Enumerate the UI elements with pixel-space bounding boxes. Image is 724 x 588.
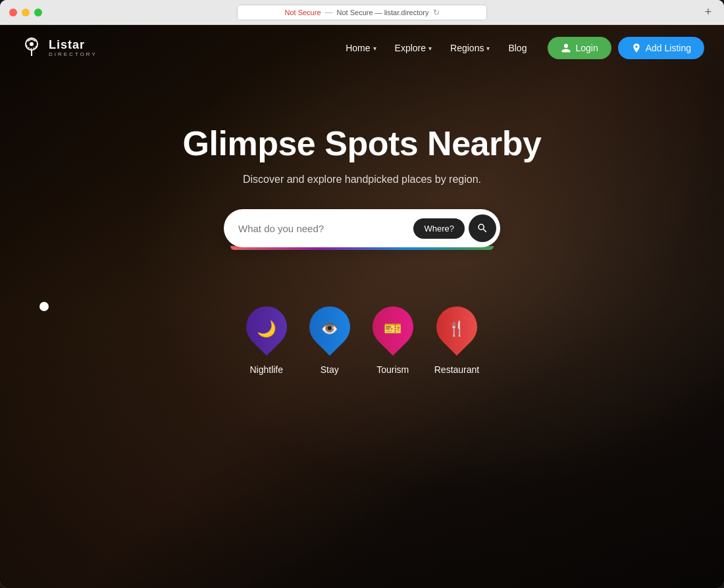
category-nightlife[interactable]: 🌙 Nightlife xyxy=(245,306,288,375)
restaurant-label: Restaurant xyxy=(434,364,479,375)
nav-actions: Login Add Listing xyxy=(548,37,704,59)
stay-icon: 👁️ xyxy=(321,320,338,337)
category-restaurant[interactable]: 🍴 Restaurant xyxy=(434,306,479,375)
location-icon xyxy=(631,43,642,53)
search-input[interactable] xyxy=(238,223,413,234)
category-tourism[interactable]: 🎫 Tourism xyxy=(371,306,415,375)
navbar: Listar DIRECTORY Home ▾ Explore ▾ Region… xyxy=(0,25,724,71)
add-listing-button[interactable]: Add Listing xyxy=(618,37,704,59)
logo-icon xyxy=(20,36,43,60)
slider-indicator[interactable] xyxy=(39,302,49,311)
logo-text: Listar DIRECTORY xyxy=(49,39,97,57)
tourism-label: Tourism xyxy=(376,364,409,375)
title-bar: Not Secure — Not Secure — listar.directo… xyxy=(0,0,724,25)
search-icon xyxy=(477,222,488,234)
logo-link[interactable]: Listar DIRECTORY xyxy=(20,36,97,60)
chevron-down-icon: ▾ xyxy=(428,45,432,52)
category-stay[interactable]: 👁️ Stay xyxy=(308,306,351,375)
svg-point-1 xyxy=(30,42,34,46)
hero-content: Glimpse Spots Nearby Discover and explor… xyxy=(0,71,724,388)
hero-section: Listar DIRECTORY Home ▾ Explore ▾ Region… xyxy=(0,25,724,588)
nightlife-pin: 🌙 xyxy=(245,306,288,356)
search-bar: Where? xyxy=(224,209,500,247)
tourism-pin: 🎫 xyxy=(371,306,415,356)
search-button[interactable] xyxy=(469,214,496,242)
nav-blog[interactable]: Blog xyxy=(500,37,534,59)
traffic-lights xyxy=(9,9,42,16)
login-button[interactable]: Login xyxy=(548,37,611,59)
search-wrapper: Where? xyxy=(224,209,500,247)
nav-explore[interactable]: Explore ▾ xyxy=(387,37,440,59)
stay-pin: 👁️ xyxy=(308,306,351,356)
chevron-down-icon: ▾ xyxy=(486,45,490,52)
hero-title: Glimpse Spots Nearby xyxy=(183,124,542,163)
nightlife-icon: 🌙 xyxy=(257,320,276,338)
close-button[interactable] xyxy=(9,9,17,16)
maximize-button[interactable] xyxy=(34,9,42,16)
hero-subtitle: Discover and explore handpicked places b… xyxy=(243,174,481,185)
url-text: Not Secure — listar.directory xyxy=(337,9,429,16)
chevron-down-icon: ▾ xyxy=(373,45,376,52)
address-separator: — xyxy=(325,8,333,17)
tourism-icon: 🎫 xyxy=(384,320,401,337)
not-secure-label: Not Secure xyxy=(284,9,321,16)
user-icon xyxy=(561,43,571,53)
address-bar[interactable]: Not Secure — Not Secure — listar.directo… xyxy=(237,5,487,20)
browser-window: Not Secure — Not Secure — listar.directo… xyxy=(0,0,724,588)
categories: 🌙 Nightlife 👁️ Stay 🎫 To xyxy=(245,293,479,388)
logo-name: Listar xyxy=(49,39,97,51)
nightlife-label: Nightlife xyxy=(249,364,283,375)
minimize-button[interactable] xyxy=(22,9,30,16)
new-tab-button[interactable]: + xyxy=(702,6,715,19)
stay-label: Stay xyxy=(321,364,339,375)
where-button[interactable]: Where? xyxy=(413,218,465,239)
nav-links: Home ▾ Explore ▾ Regions ▾ Blog xyxy=(338,37,534,59)
logo-sub: DIRECTORY xyxy=(49,52,97,57)
restaurant-pin: 🍴 xyxy=(435,306,478,356)
restaurant-icon: 🍴 xyxy=(448,320,465,337)
refresh-icon[interactable]: ↻ xyxy=(433,8,440,17)
nav-regions[interactable]: Regions ▾ xyxy=(442,37,498,59)
nav-home[interactable]: Home ▾ xyxy=(338,37,384,59)
